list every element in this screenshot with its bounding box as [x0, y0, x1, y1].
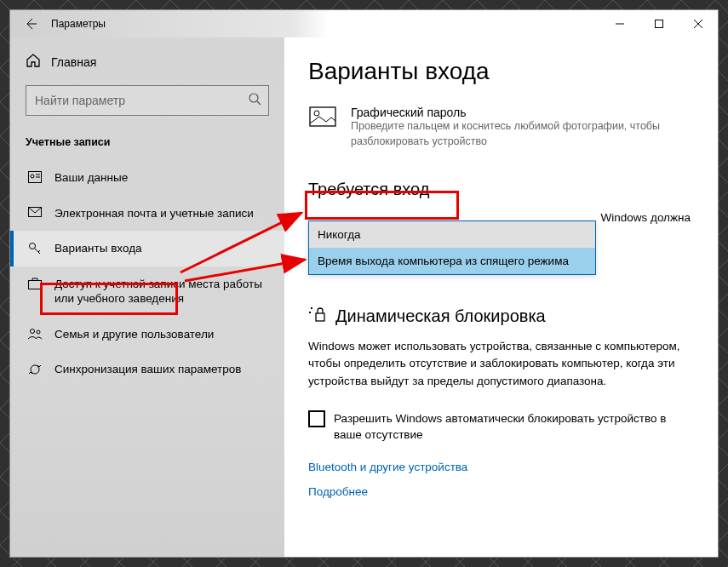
- sidebar: Главная Учетные записи Ваши данные Элект…: [10, 37, 284, 557]
- option-desc: Проведите пальцем и коснитесь любимой фо…: [351, 119, 694, 149]
- sidebar-item-work-access[interactable]: Доступ к учетной записи места работы или…: [10, 266, 284, 317]
- dynamic-lock-desc: Windows может использовать устройства, с…: [308, 338, 694, 390]
- section-label: Учетные записи: [10, 131, 284, 160]
- home-label: Главная: [51, 55, 96, 69]
- dynamic-lock-icon: [308, 306, 327, 326]
- sync-icon: [27, 363, 43, 376]
- svg-rect-14: [29, 280, 42, 289]
- search-box[interactable]: [26, 85, 269, 116]
- picture-icon: [308, 106, 337, 128]
- sidebar-item-your-info[interactable]: Ваши данные: [10, 160, 284, 196]
- svg-point-16: [37, 330, 40, 334]
- dynamic-lock-checkbox-row[interactable]: Разрешить Windows автоматически блокиров…: [308, 410, 694, 444]
- svg-rect-17: [310, 107, 335, 126]
- minimize-button[interactable]: [600, 10, 639, 37]
- option-picture-password[interactable]: Графический пароль Проведите пальцем и к…: [308, 106, 694, 149]
- dropdown-option-sleep[interactable]: Время выхода компьютера из спящего режим…: [309, 248, 595, 274]
- page-title: Варианты входа: [308, 58, 694, 85]
- svg-point-7: [31, 175, 34, 178]
- settings-window: Параметры Главная Учетные записи: [10, 10, 718, 557]
- option-title: Графический пароль: [351, 106, 694, 119]
- search-input[interactable]: [35, 94, 248, 107]
- window-title: Параметры: [48, 18, 106, 30]
- home-icon: [26, 53, 41, 72]
- nav-label: Семья и другие пользователи: [54, 327, 214, 342]
- svg-point-4: [249, 94, 258, 102]
- window-controls: [600, 10, 718, 37]
- home-button[interactable]: Главная: [10, 37, 284, 82]
- sidebar-item-email[interactable]: Электронная почта и учетные записи: [10, 196, 284, 232]
- checkbox-label: Разрешить Windows автоматически блокиров…: [334, 410, 694, 444]
- dynamic-lock-header: Динамическая блокировка: [308, 306, 694, 326]
- sidebar-item-family[interactable]: Семья и другие пользователи: [10, 317, 284, 352]
- svg-point-11: [30, 243, 36, 249]
- nav-label: Электронная почта и учетные записи: [54, 206, 254, 221]
- arrow-left-icon: [24, 17, 37, 31]
- nav-label: Синхронизация ваших параметров: [54, 362, 242, 377]
- svg-line-5: [257, 101, 261, 105]
- sidebar-item-signin-options[interactable]: Варианты входа: [10, 231, 284, 266]
- nav-label: Варианты входа: [54, 241, 142, 256]
- sidebar-item-sync[interactable]: Синхронизация ваших параметров: [10, 352, 284, 387]
- content-pane: Варианты входа Графический пароль Провед…: [284, 37, 718, 557]
- mail-icon: [27, 207, 43, 217]
- checkbox[interactable]: [308, 410, 325, 427]
- key-icon: [27, 242, 43, 255]
- svg-line-13: [38, 250, 40, 252]
- badge-icon: [27, 171, 43, 183]
- link-more[interactable]: Подробнее: [308, 485, 694, 498]
- svg-point-18: [314, 111, 319, 116]
- back-button[interactable]: [14, 10, 48, 37]
- svg-point-15: [31, 329, 35, 333]
- search-icon: [248, 92, 261, 109]
- close-button[interactable]: [679, 10, 718, 37]
- svg-rect-1: [656, 20, 663, 28]
- nav-label: Доступ к учетной записи места работы или…: [54, 277, 269, 306]
- titlebar: Параметры: [10, 10, 718, 37]
- dropdown-option-never[interactable]: Никогда: [309, 221, 595, 248]
- dynamic-lock-heading: Динамическая блокировка: [335, 306, 546, 326]
- maximize-button[interactable]: [639, 10, 679, 37]
- briefcase-icon: [27, 278, 43, 289]
- people-icon: [27, 328, 43, 340]
- link-bluetooth[interactable]: Bluetooth и другие устройства: [308, 461, 694, 473]
- svg-rect-19: [316, 313, 324, 321]
- require-signin-heading: Требуется вход: [308, 180, 694, 199]
- nav-label: Ваши данные: [54, 170, 128, 186]
- require-signin-dropdown[interactable]: Никогда Время выхода компьютера из спяще…: [308, 220, 596, 275]
